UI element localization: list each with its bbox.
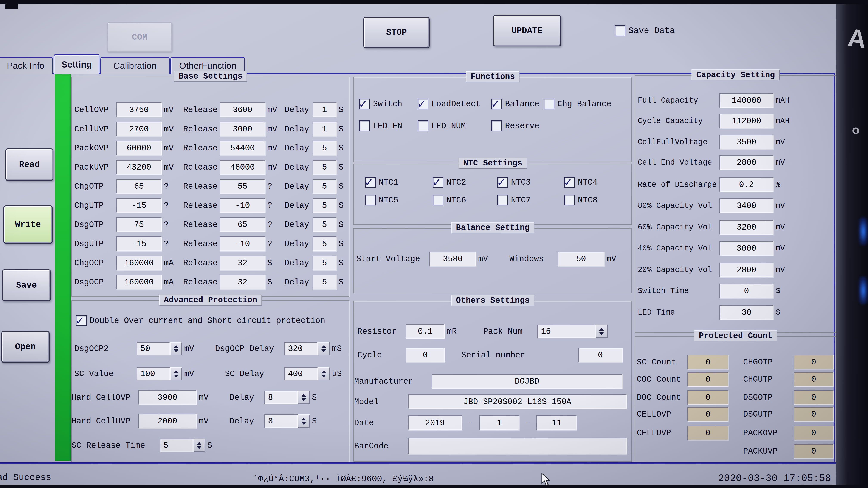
hard-celluvp-field[interactable]: 2000 [138, 414, 196, 428]
packovp-release-field[interactable]: 54400 [220, 141, 265, 155]
checkbox-led-num[interactable]: LED_NUM [417, 118, 466, 133]
barcode-field[interactable] [408, 438, 627, 454]
com-button[interactable]: COM [107, 22, 172, 52]
chgocp-value-field[interactable]: 160000 [116, 256, 162, 270]
tab-pack-info[interactable]: Pack Info [0, 57, 53, 74]
dsgutp-value-field[interactable]: -15 [116, 236, 162, 251]
full-capacity-field[interactable]: 140000 [719, 93, 774, 108]
spinner-arrows-icon[interactable] [318, 342, 330, 355]
open-button[interactable]: Open [1, 331, 50, 363]
hard-celluvp-delay-value[interactable]: 8 [265, 414, 298, 428]
dsgocp-value-field[interactable]: 160000 [116, 275, 162, 289]
chgocp-release-field[interactable]: 32 [220, 256, 265, 270]
cellovp-release-field[interactable]: 3600 [220, 102, 265, 117]
celluvp-value-field[interactable]: 2700 [116, 122, 162, 136]
celluvp-release-field[interactable]: 3000 [220, 122, 265, 136]
save-data-checkbox[interactable]: Save Data [615, 23, 675, 38]
hard-cellovp-delay-spinner[interactable]: 8 [265, 391, 310, 404]
date-day-field[interactable]: 11 [536, 416, 577, 430]
hard-cellovp-field[interactable]: 3900 [138, 390, 196, 405]
checkbox-loaddetect[interactable]: LoadDetect [417, 96, 480, 111]
capacity-80-field[interactable]: 3400 [719, 198, 774, 213]
cycle-capacity-field[interactable]: 112000 [719, 113, 774, 128]
sc-delay-value[interactable]: 400 [284, 367, 318, 381]
checkbox-reserve[interactable]: Reserve [491, 118, 539, 133]
checkbox-ntc5[interactable]: NTC5 [365, 193, 398, 208]
manufacturer-field[interactable]: DGJBD [432, 374, 622, 389]
update-button[interactable]: UPDATE [493, 15, 561, 46]
switch-time-field[interactable]: 0 [719, 284, 774, 298]
windows-field[interactable]: 50 [558, 252, 604, 266]
packuvp-delay-field[interactable]: 5 [313, 160, 337, 174]
checkbox-ntc2[interactable]: NTC2 [433, 175, 466, 190]
pack-num-value[interactable]: 16 [537, 325, 595, 338]
packuvp-release-field[interactable]: 48000 [220, 160, 265, 174]
write-button[interactable]: Write [3, 205, 53, 244]
read-button[interactable]: Read [5, 149, 53, 181]
spinner-arrows-icon[interactable] [298, 414, 310, 428]
dsgutp-delay-field[interactable]: 5 [313, 236, 337, 251]
spinner-arrows-icon[interactable] [170, 342, 182, 355]
capacity-20-field[interactable]: 2800 [719, 262, 774, 277]
save-button[interactable]: Save [2, 269, 51, 301]
date-year-field[interactable]: 2019 [408, 416, 462, 430]
dsgocp2-value[interactable]: 50 [137, 342, 170, 355]
celluvp-delay-field[interactable]: 1 [313, 122, 337, 136]
chgotp-release-field[interactable]: 55 [220, 179, 265, 194]
checkbox-switch[interactable]: Switch [359, 96, 402, 111]
packovp-value-field[interactable]: 60000 [116, 141, 162, 155]
spinner-arrows-icon[interactable] [298, 391, 310, 404]
hard-celluvp-delay-spinner[interactable]: 8 [265, 414, 310, 428]
capacity-60-field[interactable]: 3200 [719, 220, 774, 234]
checkbox-ntc1[interactable]: NTC1 [365, 175, 398, 190]
dsgocp2-spinner[interactable]: 50 [137, 342, 182, 355]
spinner-arrows-icon[interactable] [595, 325, 608, 338]
led-time-field[interactable]: 30 [719, 305, 774, 320]
checkbox-ntc8[interactable]: NTC8 [564, 193, 597, 208]
dsgocp-delay-value[interactable]: 320 [284, 342, 318, 355]
dsgotp-release-field[interactable]: 65 [220, 217, 265, 232]
checkbox-ntc7[interactable]: NTC7 [497, 193, 531, 208]
cellovp-delay-field[interactable]: 1 [313, 102, 337, 117]
double-protection-checkbox[interactable]: Double Over current and Short circuit pr… [76, 313, 325, 328]
sc-value[interactable]: 100 [137, 367, 170, 381]
resistor-field[interactable]: 0.1 [406, 324, 445, 339]
dsgutp-release-field[interactable]: -10 [220, 236, 265, 251]
capacity-40-field[interactable]: 3000 [719, 241, 774, 256]
dsgocp-delay-spinner[interactable]: 320 [284, 342, 330, 355]
sc-release-spinner[interactable]: 5 [160, 439, 205, 452]
pack-num-spinner[interactable]: 16 [537, 325, 608, 338]
sc-value-spinner[interactable]: 100 [137, 367, 182, 381]
chgotp-delay-field[interactable]: 5 [313, 179, 337, 194]
chgutp-release-field[interactable]: -10 [220, 198, 265, 213]
chgutp-delay-field[interactable]: 5 [313, 198, 337, 213]
model-field[interactable]: JBD-SP20S002-L16S-150A [408, 394, 627, 409]
tab-calibration[interactable]: Calibration [100, 57, 169, 74]
stop-button[interactable]: STOP [363, 17, 430, 48]
checkbox-chg-balance[interactable]: Chg Balance [544, 96, 611, 111]
dsgotp-value-field[interactable]: 75 [116, 217, 162, 232]
hard-cellovp-delay-value[interactable]: 8 [265, 391, 298, 404]
checkbox-ntc6[interactable]: NTC6 [433, 193, 466, 208]
checkbox-balance[interactable]: Balance [491, 96, 539, 111]
packovp-delay-field[interactable]: 5 [313, 141, 337, 155]
sc-release-value[interactable]: 5 [160, 439, 193, 452]
date-month-field[interactable]: 1 [479, 416, 519, 430]
spinner-arrows-icon[interactable] [193, 439, 205, 452]
dsgocp-release-field[interactable]: 32 [220, 275, 265, 289]
start-voltage-field[interactable]: 3580 [430, 252, 476, 266]
dsgocp-delay-field[interactable]: 5 [313, 275, 337, 289]
rate-of-discharge-field[interactable]: 0.2 [719, 177, 774, 192]
tab-setting[interactable]: Setting [54, 54, 99, 74]
cycle-field[interactable]: 0 [406, 348, 445, 362]
chgotp-value-field[interactable]: 65 [116, 179, 162, 194]
dsgotp-delay-field[interactable]: 5 [313, 217, 337, 232]
cellfullvoltage-field[interactable]: 3500 [719, 135, 774, 149]
checkbox-led-en[interactable]: LED_EN [359, 118, 402, 133]
cellovp-value-field[interactable]: 3750 [116, 102, 162, 117]
checkbox-ntc4[interactable]: NTC4 [564, 175, 597, 190]
checkbox-ntc3[interactable]: NTC3 [497, 175, 531, 190]
chgutp-value-field[interactable]: -15 [116, 198, 162, 213]
cell-end-voltage-field[interactable]: 2800 [719, 155, 774, 170]
spinner-arrows-icon[interactable] [170, 367, 182, 381]
